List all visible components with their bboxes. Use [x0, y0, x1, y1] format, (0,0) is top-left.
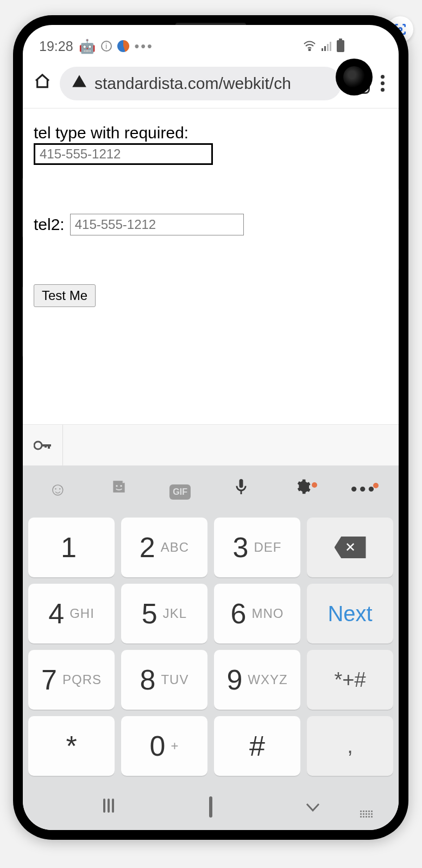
clock: 19:28	[39, 39, 73, 54]
url-text: standardista.com/webkit/ch	[95, 74, 291, 93]
key-0[interactable]: 0+	[121, 716, 207, 776]
key-3[interactable]: 3DEF	[214, 518, 300, 577]
key-4[interactable]: 4GHI	[28, 584, 115, 643]
key-star[interactable]: *	[28, 716, 115, 776]
android-icon: 🤖	[79, 39, 96, 54]
tel2-input[interactable]	[70, 214, 244, 235]
nav-recents-button[interactable]	[92, 798, 125, 816]
emoji-icon[interactable]: ☺	[39, 478, 77, 500]
sticker-icon[interactable]	[100, 478, 138, 500]
svg-rect-5	[45, 444, 47, 448]
svg-rect-8	[240, 479, 243, 488]
tel1-label: tel type with required:	[34, 124, 388, 142]
mic-icon[interactable]	[222, 477, 260, 500]
info-icon: i	[101, 41, 112, 52]
key-6[interactable]: 6MNO	[214, 584, 300, 643]
nav-keyboard-switch-button[interactable]	[350, 797, 382, 818]
signal-icon	[322, 41, 331, 51]
key-7[interactable]: 7PQRS	[28, 650, 115, 710]
numeric-keypad: 1 2ABC 3DEF ✕ 4GHI 5JKL 6MNO Next 7PQRS …	[23, 512, 399, 784]
svg-point-1	[309, 49, 311, 50]
key-2[interactable]: 2ABC	[121, 518, 207, 577]
keyboard-toolbar: ☺ GIF •••	[23, 465, 399, 512]
browser-app-icon	[117, 40, 129, 52]
key-5[interactable]: 5JKL	[121, 584, 207, 643]
status-bar: 19:28 🤖 i •••	[23, 25, 399, 60]
keyboard-suggestion-strip	[23, 424, 399, 465]
battery-icon	[337, 40, 344, 52]
wifi-icon	[303, 39, 316, 54]
nav-back-button[interactable]	[297, 798, 329, 816]
address-bar[interactable]: standardista.com/webkit/ch	[60, 67, 342, 100]
password-key-icon[interactable]	[23, 425, 63, 465]
keyboard-settings-icon[interactable]	[284, 478, 322, 500]
key-1[interactable]: 1	[28, 518, 115, 577]
svg-point-2	[34, 442, 42, 449]
svg-point-6	[116, 485, 117, 487]
key-next[interactable]: Next	[307, 584, 393, 643]
camera-cutout	[336, 59, 373, 95]
tel1-input[interactable]	[34, 143, 213, 165]
key-9[interactable]: 9WXYZ	[214, 650, 300, 710]
browser-menu-button[interactable]	[377, 75, 388, 92]
tel2-label: tel2:	[34, 215, 65, 234]
keyboard-more-icon[interactable]: •••	[345, 478, 383, 500]
svg-rect-4	[48, 444, 50, 449]
phone-frame: 19:28 🤖 i •••	[13, 15, 408, 840]
more-notifications-icon: •••	[135, 39, 154, 54]
home-icon[interactable]	[34, 73, 52, 94]
webpage-content: tel type with required: tel2: Test Me	[23, 108, 399, 312]
key-comma[interactable]: ,	[307, 716, 393, 776]
gif-icon[interactable]: GIF	[161, 478, 199, 500]
system-nav-bar	[23, 784, 399, 830]
suggestion-area[interactable]	[63, 425, 399, 465]
not-secure-icon	[72, 74, 87, 93]
svg-point-7	[120, 485, 122, 487]
key-hash[interactable]: #	[214, 716, 300, 776]
test-me-button[interactable]: Test Me	[34, 284, 96, 307]
key-symbols[interactable]: *+#	[307, 650, 393, 710]
key-backspace[interactable]: ✕	[307, 518, 393, 577]
nav-home-button[interactable]	[194, 798, 227, 816]
key-8[interactable]: 8TUV	[121, 650, 207, 710]
